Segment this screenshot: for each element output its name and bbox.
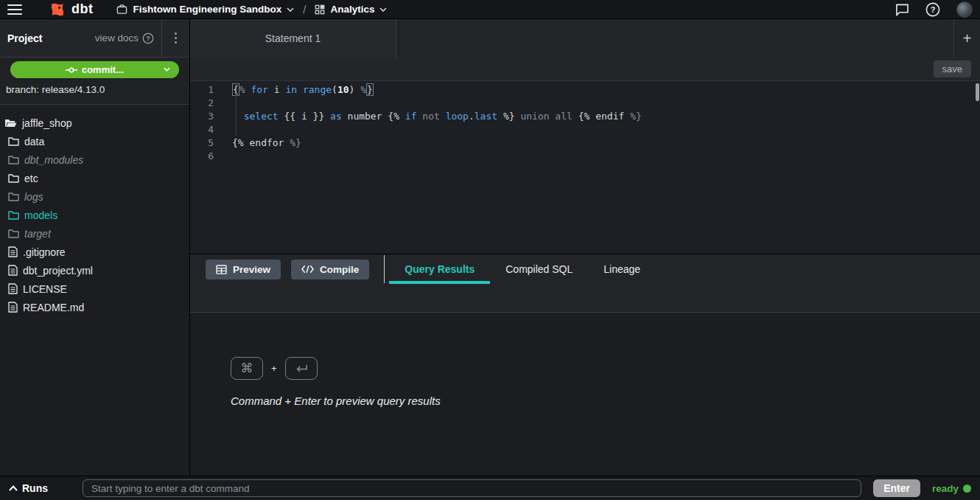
results-tab-query-results[interactable]: Query Results [389,254,490,284]
editor-area: Statement 1 + save 1{% for i in range(10… [190,19,980,476]
tree-item-label: target [24,228,51,240]
tree-item-label: jaffle_shop [22,117,71,129]
topbar: dbt Fishtown Engineering Sandbox / Analy… [0,0,980,19]
chevron-down-icon [287,7,294,12]
folder-icon [8,210,19,220]
code-text: select {{ i }} as number {% if not loop.… [217,110,642,123]
tab-statement-1[interactable]: Statement 1 [190,19,396,58]
tree-item-label: models [24,209,57,221]
tree-item-logs[interactable]: logs [0,187,189,206]
preview-label: Preview [233,264,270,275]
view-docs-label: view docs [95,32,139,44]
account-selector[interactable]: Fishtown Engineering Sandbox [116,4,294,15]
tree-item-readme-md[interactable]: README.md [0,298,189,316]
tree-item-label: .gitignore [23,246,66,258]
user-avatar[interactable] [956,1,973,18]
code-line[interactable]: 5{% endfor %} [190,136,980,150]
code-text [217,97,232,110]
preview-button[interactable]: Preview [206,260,281,279]
compile-button[interactable]: Compile [291,260,369,279]
tree-item-label: data [24,136,44,147]
add-tab-button[interactable]: + [953,19,980,58]
enter-button[interactable]: Enter [873,479,920,497]
code-icon [301,265,314,274]
chevron-up-icon [9,485,18,491]
folder-icon [8,229,19,238]
tree-item-dbt-project-yml[interactable]: dbt_project.yml [0,261,189,279]
chevron-down-icon [164,67,170,72]
code-line[interactable]: 6 [190,150,980,163]
folder-icon [8,136,19,146]
line-number: 6 [190,150,217,163]
tree-item-target[interactable]: target [0,224,189,243]
tree-item-dbt-modules[interactable]: dbt_modules [0,150,189,169]
help-icon[interactable]: ? [925,2,940,17]
commit-label: commit... [82,64,124,75]
commit-button[interactable]: commit... [10,61,179,78]
code-text: {% endfor %} [217,136,301,150]
command-key-icon: ⌘ [231,357,263,380]
grid-icon [315,4,325,15]
code-line[interactable]: 2 [190,97,980,110]
code-text [217,123,232,136]
brand-name: dbt [71,1,93,17]
tree-item-label: dbt_project.yml [23,265,93,277]
account-name: Fishtown Engineering Sandbox [133,4,281,15]
branch-label: branch: release/4.13.0 [0,78,189,105]
sidebar-menu-icon[interactable] [161,19,189,57]
tree-item-data[interactable]: data [0,132,189,150]
kebab-icon [175,32,177,44]
folder-icon [8,192,19,201]
indent-guide [236,94,237,136]
code-editor[interactable]: 1{% for i in range(10) %}23 select {{ i … [190,81,980,254]
folder-icon [8,173,19,183]
dbt-logo: dbt [49,1,93,18]
commit-section: commit... [0,58,189,78]
code-line[interactable]: 3 select {{ i }} as number {% if not loo… [190,110,980,123]
breadcrumb-separator: / [303,3,306,15]
tree-item-label: README.md [23,302,84,313]
folder-open-icon [4,118,17,128]
file-tree: jaffle_shopdatadbt_modulesetclogsmodelst… [0,105,189,476]
results-tab-compiled-sql[interactable]: Compiled SQL [490,254,588,284]
line-number: 1 [190,83,217,97]
status-indicator: ready [932,483,971,494]
editor-scrollbar[interactable] [976,83,979,101]
line-number: 2 [190,97,217,110]
save-button[interactable]: save [934,60,971,77]
editor-tabbar: Statement 1 + [190,19,980,58]
file-icon [8,283,18,294]
project-name: Analytics [330,4,374,15]
code-line[interactable]: 4 [190,123,980,136]
file-icon [8,302,18,313]
menu-icon[interactable] [7,4,22,15]
tree-item-models[interactable]: models [0,206,189,224]
briefcase-icon [116,4,127,15]
line-number: 4 [190,123,217,136]
folder-icon [8,155,19,164]
tree-item-jaffle-shop[interactable]: jaffle_shop [0,114,189,132]
runs-toggle[interactable]: Runs [9,482,83,494]
code-text [217,150,232,163]
results-tab-lineage[interactable]: Lineage [588,254,656,284]
tree-item-etc[interactable]: etc [0,169,189,187]
line-number: 5 [190,136,217,150]
chat-icon[interactable] [895,3,909,16]
toolbar-divider [384,255,385,283]
chevron-down-icon [379,7,387,12]
shortcut-hint-text: Command + Enter to preview query results [231,395,980,407]
tree-item-license[interactable]: LICENSE [0,279,189,298]
editor-toolbar: save [190,58,980,81]
line-number: 3 [190,110,217,123]
file-icon [8,265,18,276]
tree-item-label: etc [24,173,38,184]
project-selector[interactable]: Analytics [315,4,387,15]
status-label: ready [932,483,959,494]
dbt-command-input[interactable] [83,479,861,497]
results-toolbar: Preview Compile Query ResultsCompiled SQ… [190,254,980,284]
tree-item--gitignore[interactable]: .gitignore [0,243,189,261]
code-line[interactable]: 1{% for i in range(10) %} [190,83,980,97]
view-docs-link[interactable]: view docs ? [95,32,161,44]
help-circle-icon: ? [142,32,154,44]
table-icon [216,265,227,274]
